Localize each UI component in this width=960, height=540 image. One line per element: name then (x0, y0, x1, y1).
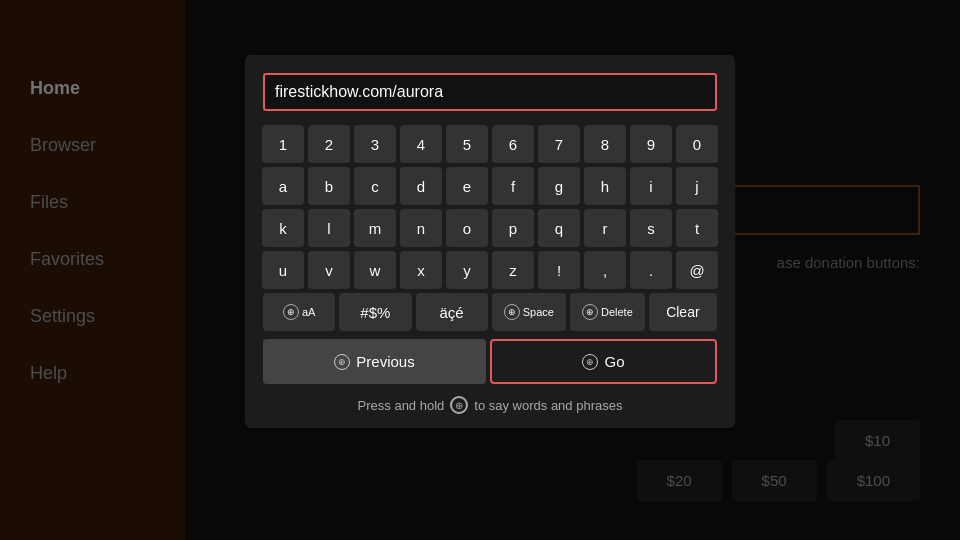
key-9[interactable]: 9 (630, 125, 672, 163)
voice-hint: Press and hold ⊕ to say words and phrase… (263, 396, 717, 414)
bottom-nav-row: ⊕ Previous ⊕ Go (263, 339, 717, 384)
letter-row-2: k l m n o p q r s t (263, 209, 717, 247)
key-j[interactable]: j (676, 167, 718, 205)
key-5[interactable]: 5 (446, 125, 488, 163)
key-g[interactable]: g (538, 167, 580, 205)
delete-icon: ⊕ (582, 304, 598, 320)
key-d[interactable]: d (400, 167, 442, 205)
key-f[interactable]: f (492, 167, 534, 205)
key-exclaim[interactable]: ! (538, 251, 580, 289)
key-8[interactable]: 8 (584, 125, 626, 163)
key-u[interactable]: u (262, 251, 304, 289)
key-4[interactable]: 4 (400, 125, 442, 163)
key-x[interactable]: x (400, 251, 442, 289)
url-input-row (263, 73, 717, 111)
key-comma[interactable]: , (584, 251, 626, 289)
key-e[interactable]: e (446, 167, 488, 205)
key-space[interactable]: ⊕ Space (492, 293, 566, 331)
key-1[interactable]: 1 (262, 125, 304, 163)
number-row: 1 2 3 4 5 6 7 8 9 0 (263, 125, 717, 163)
key-h[interactable]: h (584, 167, 626, 205)
keyboard-dialog: 1 2 3 4 5 6 7 8 9 0 a b c d e f g h i j … (245, 55, 735, 428)
key-period[interactable]: . (630, 251, 672, 289)
key-t[interactable]: t (676, 209, 718, 247)
key-accent[interactable]: äçé (416, 293, 488, 331)
key-6[interactable]: 6 (492, 125, 534, 163)
key-a[interactable]: a (262, 167, 304, 205)
key-y[interactable]: y (446, 251, 488, 289)
key-3[interactable]: 3 (354, 125, 396, 163)
key-l[interactable]: l (308, 209, 350, 247)
key-c[interactable]: c (354, 167, 396, 205)
key-p[interactable]: p (492, 209, 534, 247)
letter-row-3: u v w x y z ! , . @ (263, 251, 717, 289)
go-icon: ⊕ (582, 354, 598, 370)
key-w[interactable]: w (354, 251, 396, 289)
key-i[interactable]: i (630, 167, 672, 205)
key-7[interactable]: 7 (538, 125, 580, 163)
caps-icon: ⊕ (283, 304, 299, 320)
key-delete[interactable]: ⊕ Delete (570, 293, 645, 331)
key-k[interactable]: k (262, 209, 304, 247)
previous-icon: ⊕ (334, 354, 350, 370)
keyboard-grid: 1 2 3 4 5 6 7 8 9 0 a b c d e f g h i j … (263, 125, 717, 384)
key-caps[interactable]: ⊕ aA (263, 293, 335, 331)
key-z[interactable]: z (492, 251, 534, 289)
special-row: ⊕ aA #$% äçé ⊕ Space ⊕ Delete (263, 293, 717, 331)
voice-icon: ⊕ (450, 396, 468, 414)
key-b[interactable]: b (308, 167, 350, 205)
space-icon: ⊕ (504, 304, 520, 320)
key-clear[interactable]: Clear (649, 293, 717, 331)
key-o[interactable]: o (446, 209, 488, 247)
key-m[interactable]: m (354, 209, 396, 247)
key-at[interactable]: @ (676, 251, 718, 289)
letter-row-1: a b c d e f g h i j (263, 167, 717, 205)
key-v[interactable]: v (308, 251, 350, 289)
key-q[interactable]: q (538, 209, 580, 247)
key-s[interactable]: s (630, 209, 672, 247)
key-n[interactable]: n (400, 209, 442, 247)
key-r[interactable]: r (584, 209, 626, 247)
url-input[interactable] (263, 73, 717, 111)
go-button[interactable]: ⊕ Go (490, 339, 717, 384)
key-symbols[interactable]: #$% (339, 293, 411, 331)
previous-button[interactable]: ⊕ Previous (263, 339, 486, 384)
key-2[interactable]: 2 (308, 125, 350, 163)
key-0[interactable]: 0 (676, 125, 718, 163)
